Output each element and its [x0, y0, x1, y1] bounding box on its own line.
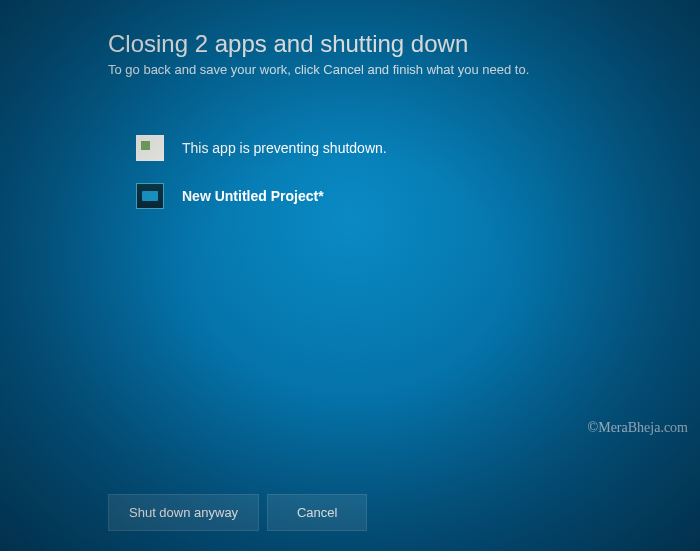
- button-bar: Shut down anyway Cancel: [108, 494, 367, 531]
- app-row: This app is preventing shutdown.: [136, 135, 700, 161]
- blocking-apps-list: This app is preventing shutdown. New Unt…: [0, 135, 700, 209]
- watermark-text: ©MeraBheja.com: [588, 420, 688, 436]
- cancel-button[interactable]: Cancel: [267, 494, 367, 531]
- shutdown-anyway-button[interactable]: Shut down anyway: [108, 494, 259, 531]
- app-row: New Untitled Project*: [136, 183, 700, 209]
- video-editor-icon: [136, 183, 164, 209]
- page-subtitle: To go back and save your work, click Can…: [108, 62, 700, 77]
- app-message: New Untitled Project*: [182, 188, 324, 204]
- app-message: This app is preventing shutdown.: [182, 140, 387, 156]
- page-title: Closing 2 apps and shutting down: [108, 30, 700, 58]
- blank-app-icon: [136, 135, 164, 161]
- vignette-overlay: [0, 0, 700, 551]
- shutdown-header: Closing 2 apps and shutting down To go b…: [0, 0, 700, 77]
